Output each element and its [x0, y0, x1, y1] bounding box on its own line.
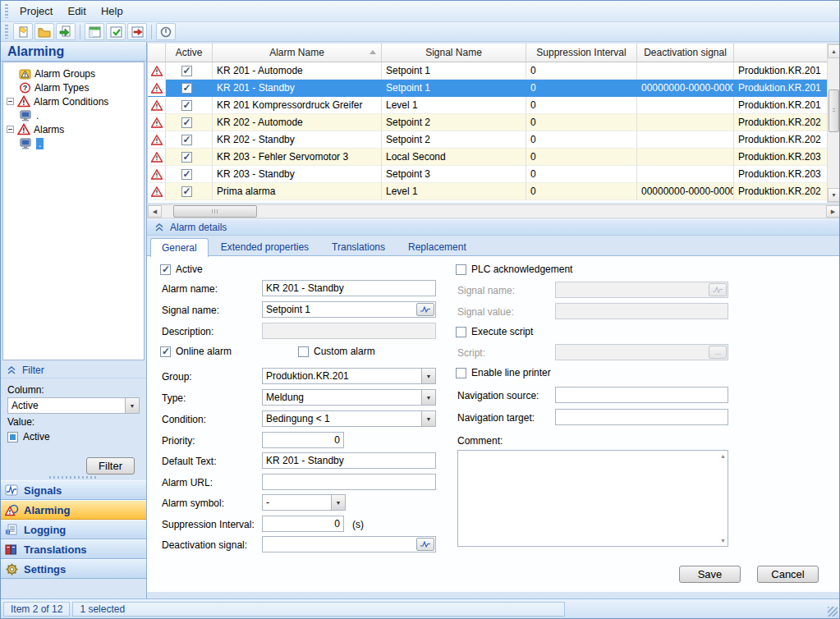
tab-replacement[interactable]: Replacement — [397, 238, 477, 256]
grid-header-active[interactable]: Active — [166, 44, 213, 62]
horizontal-scroll-thumb[interactable] — [173, 205, 257, 218]
collapse-expander-icon[interactable] — [7, 126, 14, 133]
table-row[interactable]: KR 202 - Automode Setpoint 2 0 Produktio… — [148, 114, 827, 131]
table-row[interactable]: Prima alarma Level 1 0 00000000-0000-000… — [148, 183, 827, 200]
alarm-details-header[interactable]: Alarm details — [147, 219, 840, 236]
grid-header-alarm-name[interactable]: Alarm Name — [213, 44, 382, 62]
suppression-interval-input[interactable] — [262, 516, 344, 532]
tree-item-alarm-node-selected[interactable]: . — [7, 136, 144, 150]
save-button[interactable]: Save — [679, 566, 741, 583]
priority-input[interactable] — [262, 432, 344, 448]
scroll-up-arrow[interactable]: ▲ — [828, 44, 840, 58]
tree-item-alarm-types[interactable]: ? Alarm Types — [7, 80, 144, 94]
import-button[interactable] — [56, 23, 76, 40]
tree-item-alarms[interactable]: Alarms — [7, 122, 144, 136]
table-row[interactable]: KR 201 Kompressordruck Greifer Level 1 0… — [148, 97, 827, 114]
row-active-checkbox[interactable] — [181, 100, 192, 111]
table-row[interactable]: KR 202 - Standby Setpoint 2 0 Produktion… — [148, 131, 827, 149]
vertical-scroll-thumb[interactable] — [829, 89, 839, 132]
row-active-checkbox[interactable] — [181, 186, 192, 197]
deactivation-signal-input[interactable] — [262, 536, 436, 553]
menu-help[interactable]: Help — [94, 2, 131, 21]
chevron-down-icon[interactable] — [331, 495, 345, 510]
custom-alarm-checkbox[interactable] — [298, 346, 309, 357]
cell-alarm-name: KR 201 - Automode — [213, 62, 382, 80]
new-project-button[interactable] — [13, 23, 33, 40]
tab-translations[interactable]: Translations — [321, 238, 396, 256]
navigation-target-input[interactable] — [555, 409, 728, 425]
menu-edit[interactable]: Edit — [60, 2, 93, 21]
chevron-down-icon[interactable] — [125, 398, 139, 413]
chevron-down-icon[interactable] — [421, 390, 435, 405]
power-button[interactable] — [156, 23, 176, 40]
toolbar-grip[interactable] — [5, 4, 8, 19]
chevron-down-icon[interactable] — [421, 369, 435, 383]
table-row[interactable]: KR 203 - Fehler Servomotor 3 Local Secon… — [148, 149, 827, 166]
row-active-checkbox[interactable] — [181, 83, 192, 94]
cell-group: Produktion.KR.203 — [734, 149, 828, 166]
tree-item-condition-node[interactable]: . — [7, 108, 144, 122]
grid-header-icon-column[interactable] — [148, 44, 166, 62]
toolbar-grip-2[interactable] — [5, 25, 8, 38]
row-active-checkbox[interactable] — [181, 117, 192, 128]
active-checkbox[interactable] — [160, 264, 171, 275]
scroll-right-arrow[interactable]: ▶ — [826, 205, 840, 218]
tree-item-alarm-groups[interactable]: Alarm Groups — [7, 66, 144, 80]
panel-view-button[interactable] — [85, 23, 104, 40]
condition-select[interactable]: Bedingung < 1 — [262, 410, 436, 427]
filter-value-checkbox[interactable] — [7, 432, 18, 442]
alarm-symbol-select[interactable]: - — [262, 494, 346, 511]
row-active-checkbox[interactable] — [181, 152, 192, 163]
scroll-up-arrow[interactable]: ▲ — [720, 453, 726, 459]
open-project-button[interactable] — [34, 23, 54, 40]
row-active-checkbox[interactable] — [181, 169, 192, 180]
disconnect-button[interactable] — [127, 23, 147, 40]
tab-extended-properties[interactable]: Extended properties — [210, 238, 319, 256]
comment-textarea[interactable]: ▲ ▼ — [457, 450, 728, 547]
browse-deactivation-signal-button[interactable] — [416, 538, 434, 551]
filter-button[interactable]: Filter — [86, 457, 135, 475]
alarm-name-input[interactable] — [262, 280, 436, 296]
tree-item-alarm-conditions[interactable]: Alarm Conditions — [7, 94, 144, 108]
alarm-url-input[interactable] — [262, 474, 436, 490]
nav-item-settings[interactable]: Settings — [1, 559, 146, 579]
chevron-down-icon[interactable] — [421, 411, 435, 426]
cancel-button[interactable]: Cancel — [757, 566, 819, 583]
collapse-expander-icon[interactable] — [7, 98, 14, 105]
row-active-checkbox[interactable] — [181, 135, 192, 145]
nav-item-signals[interactable]: Signals — [1, 480, 146, 500]
grid-header-deactivation-signal[interactable]: Deactivation signal — [637, 44, 734, 62]
scroll-down-arrow[interactable]: ▼ — [720, 538, 726, 543]
tab-general[interactable]: General — [150, 238, 209, 257]
browse-signal-button[interactable] — [416, 303, 434, 316]
enable-line-printer-checkbox[interactable] — [456, 368, 466, 378]
table-row-selected[interactable]: KR 201 - Standby Setpoint 1 0 00000000-0… — [148, 80, 827, 97]
scroll-down-arrow[interactable]: ▼ — [828, 188, 840, 202]
navigation-source-input[interactable] — [555, 387, 728, 403]
grid-header-signal-name[interactable]: Signal Name — [382, 44, 526, 62]
grid-horizontal-scrollbar[interactable]: ◀ ▶ — [147, 204, 840, 218]
signal-name-input[interactable] — [262, 301, 436, 318]
row-active-checkbox[interactable] — [181, 66, 192, 76]
grid-header-suppression-interval[interactable]: Suppression Interval — [526, 44, 637, 62]
plc-acknowledgement-checkbox[interactable] — [456, 264, 466, 275]
menu-project[interactable]: Project — [12, 2, 60, 21]
group-select[interactable]: Produktion.KR.201 — [262, 368, 436, 384]
type-select[interactable]: Meldung — [262, 389, 436, 406]
validate-button[interactable] — [106, 23, 126, 40]
resize-grip[interactable] — [828, 607, 838, 617]
nav-item-alarming[interactable]: Alarming — [1, 500, 146, 520]
sidebar-splitter[interactable] — [1, 474, 146, 480]
grid-vertical-scrollbar[interactable]: ▲ ▼ — [827, 44, 840, 203]
grid-header-group[interactable] — [734, 44, 828, 62]
scroll-left-arrow[interactable]: ◀ — [148, 205, 162, 218]
table-row[interactable]: KR 203 - Standby Setpoint 3 0 Produktion… — [148, 166, 827, 183]
nav-item-logging[interactable]: Logging — [1, 520, 146, 539]
filter-header[interactable]: Filter — [1, 362, 146, 378]
default-text-input[interactable] — [262, 452, 436, 469]
online-alarm-checkbox[interactable] — [160, 346, 171, 357]
execute-script-checkbox[interactable] — [456, 327, 466, 337]
table-row[interactable]: KR 201 - Automode Setpoint 1 0 Produktio… — [148, 62, 827, 80]
filter-column-select[interactable]: Active — [7, 397, 140, 414]
nav-item-translations[interactable]: Translations — [1, 539, 146, 559]
